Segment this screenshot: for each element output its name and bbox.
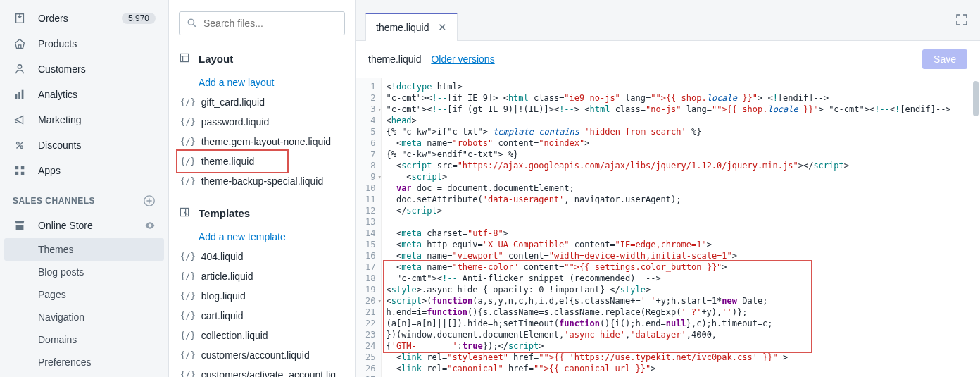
file-icon: {/} xyxy=(180,137,196,147)
code-line[interactable]: <script src="https://ajax.googleapis.com… xyxy=(386,160,976,171)
code-line[interactable]: {% "c-kw">if"c-txt"> template contains '… xyxy=(386,126,976,137)
code-line[interactable]: "c-cmt"><!--[if IE 9]> <html class="ie9 … xyxy=(386,92,976,104)
code-line[interactable]: <link rel="canonical" href="">{{ canonic… xyxy=(386,363,976,374)
nav-item-discounts[interactable]: Discounts xyxy=(0,132,168,158)
file-item[interactable]: {/}collection.liquid xyxy=(179,326,345,345)
file-search[interactable] xyxy=(179,11,345,35)
nav-label: Pages xyxy=(38,289,156,300)
nav-label: Blog posts xyxy=(38,266,156,278)
analytics-icon xyxy=(13,87,27,101)
nav-label: Preferences xyxy=(38,357,156,368)
code-line[interactable]: <script>(function(a,s,y,n,c,h,i,d,e){s.c… xyxy=(386,295,976,307)
eye-icon[interactable] xyxy=(144,220,156,231)
svg-rect-3 xyxy=(18,92,20,99)
code-line[interactable]: <meta charset="utf-8"> xyxy=(386,228,976,239)
expand-icon[interactable] xyxy=(955,13,969,27)
svg-rect-13 xyxy=(180,54,188,61)
nav-item-analytics[interactable]: Analytics xyxy=(0,82,168,107)
code-line[interactable]: doc.setAttribute('data-useragent', navig… xyxy=(386,194,976,205)
editor-tabs: theme.liquid ✕ xyxy=(356,0,980,41)
marketing-icon xyxy=(13,113,27,127)
add-template-link[interactable]: Add a new template xyxy=(179,227,345,247)
code-line[interactable]: <script> xyxy=(386,171,976,183)
online-store-item[interactable]: Online Store xyxy=(0,213,168,238)
code-line[interactable]: <meta http-equiv="X-UA-Compatible" conte… xyxy=(386,239,976,250)
file-item[interactable]: {/}cart.liquid xyxy=(179,306,345,326)
nav-sub-pages[interactable]: Pages xyxy=(0,283,168,306)
scrollbar[interactable] xyxy=(973,81,979,116)
nav-sub-domains[interactable]: Domains xyxy=(0,328,168,351)
code-line[interactable]: <head> xyxy=(386,115,976,126)
nav-sub-navigation[interactable]: Navigation xyxy=(0,306,168,328)
nav-item-apps[interactable]: Apps xyxy=(0,158,168,183)
editor-area: theme.liquid ✕ theme.liquid Older versio… xyxy=(356,0,980,377)
nav-item-products[interactable]: Products xyxy=(0,31,168,56)
code-line[interactable]: {% "c-kw">endif"c-txt"> %} xyxy=(386,149,976,160)
code-line[interactable]: })(window,document.documentElement,'asyn… xyxy=(386,329,976,340)
sales-channels-header: SALES CHANNELS xyxy=(0,183,168,213)
orders-icon xyxy=(13,11,27,25)
file-icon: {/} xyxy=(180,271,196,281)
add-layout-link[interactable]: Add a new layout xyxy=(179,73,345,92)
code-line[interactable]: <meta name="viewport" content="width=dev… xyxy=(386,250,976,261)
code-line[interactable]: "c-cmt"><!-- Anti-flicker snippet (recom… xyxy=(386,273,976,284)
nav-item-customers[interactable]: Customers xyxy=(0,56,168,82)
older-versions-link[interactable]: Older versions xyxy=(431,54,494,65)
code-line[interactable]: <link rel="stylesheet" href="">{{ 'https… xyxy=(386,352,976,363)
nav-sub-themes[interactable]: Themes xyxy=(4,238,164,261)
file-item[interactable]: {/}theme.liquid xyxy=(179,152,345,171)
code-line[interactable]: var doc = document.documentElement; xyxy=(386,183,976,194)
file-item[interactable]: {/}theme.gem-layout-none.liquid xyxy=(179,132,345,152)
code-line[interactable]: <!doctype html> xyxy=(386,81,976,92)
nav-label: Analytics xyxy=(38,89,156,100)
templates-section: Templates Add a new template {/}404.liqu… xyxy=(179,202,345,377)
save-button[interactable]: Save xyxy=(922,49,967,69)
svg-point-6 xyxy=(20,146,23,149)
file-icon: {/} xyxy=(180,330,196,340)
file-item[interactable]: {/}theme-backup-special.liquid xyxy=(179,171,345,191)
svg-rect-2 xyxy=(15,94,18,99)
nav-item-marketing[interactable]: Marketing xyxy=(0,107,168,132)
file-name: customers/account.liquid xyxy=(201,350,310,361)
file-panel: Layout Add a new layout {/}gift_card.liq… xyxy=(169,0,356,377)
code-line[interactable]: <meta name="robots" content="noindex"> xyxy=(386,137,976,149)
code-line[interactable] xyxy=(386,216,976,228)
code-body[interactable]: <!doctype html>"c-cmt"><!--[if IE 9]> <h… xyxy=(382,78,980,377)
nav-item-orders[interactable]: Orders5,970 xyxy=(0,6,168,31)
svg-rect-9 xyxy=(15,172,19,175)
nav-sub-blog-posts[interactable]: Blog posts xyxy=(0,261,168,283)
code-line[interactable]: <meta name="theme-color" content="">{{ s… xyxy=(386,261,976,273)
nav-sub-preferences[interactable]: Preferences xyxy=(0,351,168,373)
file-item[interactable]: {/}gift_card.liquid xyxy=(179,92,345,112)
file-item[interactable]: {/}404.liquid xyxy=(179,247,345,266)
code-line[interactable]: {'GTM- ':true});</script> xyxy=(386,340,976,352)
nav-label: Navigation xyxy=(38,311,156,323)
file-item[interactable]: {/}article.liquid xyxy=(179,266,345,286)
nav-label: Online Store xyxy=(38,220,144,231)
close-tab-icon[interactable]: ✕ xyxy=(438,21,447,34)
search-input[interactable] xyxy=(203,18,337,29)
add-channel-icon[interactable] xyxy=(143,194,156,207)
code-line[interactable]: (a[n]=a[n]||[]).hide=h;setTimeout(functi… xyxy=(386,318,976,329)
templates-header[interactable]: Templates xyxy=(179,202,345,227)
file-item[interactable]: {/}password.liquid xyxy=(179,112,345,132)
code-line[interactable]: </script> xyxy=(386,205,976,216)
code-line[interactable]: h.end=i=function(){s.className=s.classNa… xyxy=(386,307,976,318)
templates-icon xyxy=(179,206,191,220)
editor-tab[interactable]: theme.liquid ✕ xyxy=(365,13,458,41)
code-line[interactable] xyxy=(386,374,976,377)
products-icon xyxy=(13,37,27,51)
file-name: password.liquid xyxy=(201,116,270,128)
svg-rect-8 xyxy=(21,166,25,170)
file-item[interactable]: {/}customers/activate_account.liq xyxy=(179,365,345,377)
nav-label: Orders xyxy=(38,13,122,24)
nav-label: Themes xyxy=(38,244,151,255)
file-item[interactable]: {/}blog.liquid xyxy=(179,286,345,306)
code-line[interactable]: <style>.async-hide { opacity: 0 !importa… xyxy=(386,284,976,295)
file-name: theme.gem-layout-none.liquid xyxy=(201,136,331,147)
code-editor[interactable]: 1234567891011121314151617181920212223242… xyxy=(356,78,980,377)
file-item[interactable]: {/}customers/account.liquid xyxy=(179,345,345,365)
file-icon: {/} xyxy=(180,252,196,261)
layout-header[interactable]: Layout xyxy=(179,48,345,73)
code-line[interactable]: "c-cmt"><!--[if (gt IE 9)|!(IE)]><!--> <… xyxy=(386,104,976,115)
